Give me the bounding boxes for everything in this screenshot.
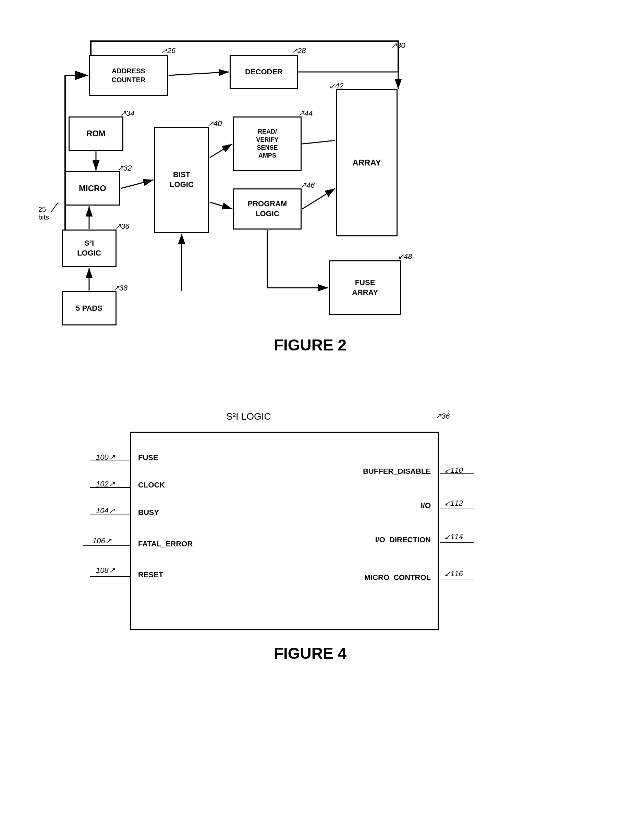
svg-line-9	[210, 144, 232, 157]
figure2-area: ADDRESS COUNTER DECODER ROM MICRO BIST L…	[27, 21, 593, 346]
bist-logic-block: BIST LOGIC	[154, 127, 209, 233]
svg-line-8	[121, 180, 153, 189]
io-direction-label: I/O_DIRECTION	[375, 535, 431, 544]
ref-38: ↗38	[113, 284, 127, 293]
figure4-area: S²I LOGIC ↗36	[27, 397, 593, 678]
fuse-array-label: FUSE ARRAY	[352, 278, 378, 298]
clock-label: CLOCK	[138, 480, 165, 489]
program-logic-label: PROGRAM LOGIC	[248, 199, 287, 219]
s2i-logic-label: S²I LOGIC	[77, 239, 101, 258]
read-verify-block: READ/ VERIFY SENSE AMPS	[233, 116, 301, 171]
ref-30: ↗30	[391, 41, 405, 50]
fig4-ref36: ↗36	[435, 412, 450, 421]
s2i-big-box: FUSE CLOCK BUSY FATAL_ERROR RESET BUFFER…	[130, 432, 439, 630]
bist-logic-label: BIST LOGIC	[170, 170, 194, 189]
micro-control-label: MICRO_CONTROL	[364, 573, 431, 582]
page-container: ADDRESS COUNTER DECODER ROM MICRO BIST L…	[0, 0, 621, 840]
bits-label: 25bits	[38, 205, 49, 221]
ref-26: ↗26	[161, 46, 176, 55]
fig4-box-title: S²I LOGIC	[226, 411, 271, 422]
svg-line-2	[169, 72, 229, 76]
program-logic-block: PROGRAM LOGIC	[233, 189, 301, 230]
busy-label: BUSY	[138, 508, 159, 517]
fig4-svg	[131, 433, 438, 629]
svg-line-11	[210, 202, 232, 209]
rom-block: ROM	[68, 116, 123, 151]
reset-label: RESET	[138, 570, 163, 579]
decoder-label: DECODER	[245, 67, 283, 77]
ref-100: 100↗	[96, 453, 115, 462]
ref-36: ↗36	[115, 222, 129, 231]
ref-108: 108↗	[96, 566, 115, 575]
fuse-array-block: FUSE ARRAY	[329, 260, 401, 315]
ref-102: 102↗	[96, 480, 115, 488]
svg-line-10	[302, 141, 335, 144]
micro-label: MICRO	[79, 183, 106, 193]
fatal-error-label: FATAL_ERROR	[138, 539, 192, 548]
micro-block: MICRO	[65, 171, 120, 205]
figure2-title: FIGURE 2	[27, 336, 593, 354]
ref-32: ↗32	[117, 164, 132, 173]
ref-44: ↗44	[298, 109, 312, 118]
buffer-disable-label: BUFFER_DISABLE	[363, 467, 431, 476]
decoder-block: DECODER	[230, 55, 298, 89]
rom-label: ROM	[86, 128, 106, 139]
ref-40: ↗40	[208, 119, 222, 128]
s2i-logic-block: S²I LOGIC	[62, 230, 117, 267]
address-counter-label: ADDRESS COUNTER	[112, 66, 145, 84]
five-pads-label: 5 PADS	[76, 304, 103, 313]
ref-110: ↙110	[444, 466, 463, 475]
ref-28: ↗28	[291, 46, 306, 55]
ref-48: ↙48	[398, 252, 412, 261]
ref-114: ↙114	[444, 532, 463, 541]
ref-42: ↙42	[329, 82, 344, 91]
io-label: I/O	[421, 501, 431, 510]
address-counter-block: ADDRESS COUNTER	[89, 55, 168, 96]
svg-line-12	[302, 189, 335, 209]
ref-104: 104↗	[96, 506, 115, 515]
array-label: ARRAY	[352, 157, 381, 168]
fuse-label: FUSE	[138, 453, 158, 462]
five-pads-block: 5 PADS	[62, 291, 117, 325]
ref-116: ↙116	[444, 570, 463, 578]
svg-line-15	[51, 202, 58, 212]
ref-106: 106↗	[92, 536, 111, 545]
figure4-title: FIGURE 4	[27, 644, 593, 663]
array-block: ARRAY	[336, 89, 398, 236]
ref-34: ↗34	[120, 109, 134, 118]
ref-46: ↗46	[300, 181, 315, 190]
ref-112: ↙112	[444, 499, 463, 508]
read-verify-label: READ/ VERIFY SENSE AMPS	[256, 128, 278, 160]
